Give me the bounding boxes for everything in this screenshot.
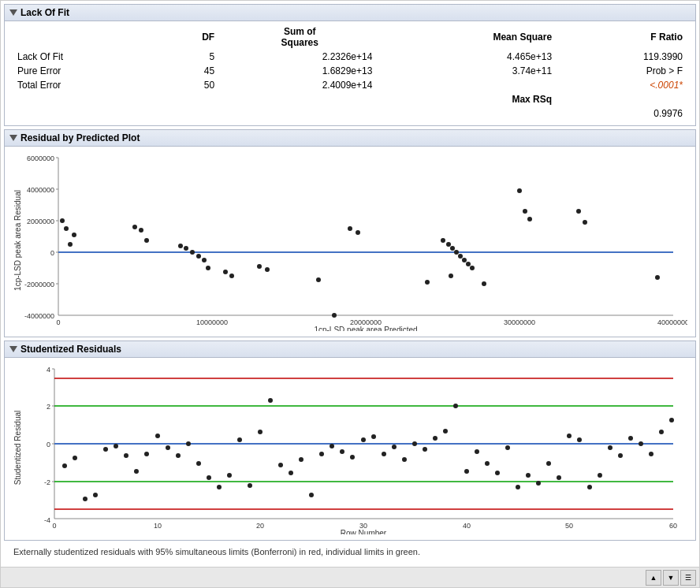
dot (64, 226, 69, 231)
s-dot (464, 469, 469, 474)
stud-xtick-10: 10 (154, 522, 162, 530)
lof-table: DF Sum ofSquares Mean Square F Ratio Lac… (11, 24, 689, 121)
collapse-triangle-lof[interactable] (9, 9, 17, 16)
s-dot (505, 445, 510, 450)
s-dot (433, 436, 438, 441)
dot (60, 218, 65, 223)
dot (178, 244, 183, 248)
dot (223, 270, 228, 274)
lack-of-fit-section: Lack Of Fit DF Sum ofSquares Mean Square… (4, 4, 696, 126)
dot (144, 238, 149, 243)
s-dot (217, 485, 222, 489)
dot (523, 209, 527, 214)
s-dot (669, 418, 674, 422)
maxrsq-label: Max RSq (378, 92, 558, 106)
s-dot (639, 441, 643, 446)
dot (655, 275, 660, 280)
dot (202, 258, 207, 262)
stud-ytick-n2: -2 (44, 478, 50, 486)
s-dot (475, 449, 479, 454)
s-dot (124, 453, 128, 458)
xtick-0: 0 (56, 318, 60, 326)
s-dot (587, 485, 592, 489)
student-x-label: Row Number (341, 529, 387, 534)
dot (470, 266, 475, 270)
residual-predicted-title: Residual by Predicted Plot (20, 132, 140, 143)
dot (425, 280, 430, 285)
s-dot (340, 449, 344, 454)
s-dot (144, 452, 149, 456)
ytick-2m: 2000000 (27, 218, 54, 225)
lof-ms-1: 4.465e+13 (378, 50, 558, 64)
studentized-chart-svg: Studentized Residual 4 2 0 -2 -4 (11, 361, 687, 534)
studentized-section: Studentized Residuals Studentized Residu… (4, 341, 696, 541)
s-dot (443, 429, 448, 434)
stud-xtick-60: 60 (669, 522, 677, 530)
dot (190, 250, 195, 255)
studentized-chart-container: Studentized Residual 4 2 0 -2 -4 (11, 361, 689, 537)
s-dot (423, 447, 427, 452)
lof-source-2: Pure Error (11, 64, 158, 78)
s-dot (598, 473, 602, 478)
lof-ms-3 (378, 78, 558, 92)
ytick-n4m: -4000000 (24, 312, 54, 320)
residual-predicted-section: Residual by Predicted Plot 1cp-LSD peak … (4, 129, 696, 337)
s-dot (134, 469, 139, 474)
s-dot (516, 485, 520, 489)
s-dot (567, 434, 572, 438)
dot (257, 264, 262, 269)
lof-ms-2: 3.74e+11 (378, 64, 558, 78)
s-dot (382, 452, 386, 456)
dot (184, 246, 188, 251)
s-dot (299, 457, 303, 462)
lof-ss-3: 2.4009e+14 (221, 78, 378, 92)
footer-text: Externally studentized residuals with 95… (7, 544, 693, 560)
residual-chart-svg: 1cp-LSD peak area Residual 6000000 40000… (11, 150, 687, 331)
lof-ss-2: 1.6829e+13 (221, 64, 378, 78)
dot (316, 277, 321, 282)
ytick-6m: 6000000 (27, 154, 54, 162)
col-source (11, 24, 158, 50)
xtick-30m: 30000000 (504, 318, 535, 326)
s-dot (155, 434, 160, 438)
dot (206, 266, 210, 270)
lof-ss-1: 2.2326e+14 (221, 50, 378, 64)
stud-ytick-4: 4 (47, 366, 50, 374)
collapse-triangle-residual[interactable] (9, 135, 17, 141)
scroll-up-btn[interactable]: ▲ (646, 570, 661, 586)
col-ms: Mean Square (378, 24, 558, 50)
s-dot (62, 463, 67, 468)
lof-probf-label: Prob > F (558, 64, 689, 78)
menu-btn[interactable]: ☰ (680, 570, 696, 586)
lof-row-maxrsq-val: 0.9976 (11, 106, 689, 121)
dot (449, 274, 453, 278)
s-dot (196, 461, 201, 466)
s-dot (268, 398, 273, 403)
stud-xtick-50: 50 (565, 522, 573, 530)
lof-df-1: 5 (158, 50, 221, 64)
s-dot (258, 430, 262, 434)
toolbar-bar: ▲ ▼ ☰ (1, 567, 699, 587)
student-y-label: Studentized Residual (13, 411, 22, 486)
residual-predicted-header: Residual by Predicted Plot (5, 130, 695, 147)
lof-df-2: 45 (158, 64, 221, 78)
dot (68, 242, 73, 247)
dot (450, 246, 455, 251)
dot (517, 188, 522, 193)
collapse-triangle-student[interactable] (9, 346, 17, 352)
stud-ytick-0: 0 (47, 441, 50, 448)
s-dot (412, 441, 417, 446)
dot (229, 274, 234, 278)
dot (458, 254, 463, 259)
s-dot (392, 445, 397, 449)
lof-source-1: Lack Of Fit (11, 50, 158, 64)
dot (454, 250, 459, 255)
s-dot (278, 463, 283, 467)
s-dot (114, 444, 118, 448)
scroll-down-btn[interactable]: ▼ (663, 570, 679, 586)
s-dot (453, 404, 458, 408)
lof-f-1: 119.3990 (558, 50, 689, 64)
s-dot (361, 437, 366, 442)
lof-row-totalerror: Total Error 50 2.4009e+14 <.0001* (11, 78, 689, 92)
maxrsq-number: 0.9976 (378, 106, 689, 121)
